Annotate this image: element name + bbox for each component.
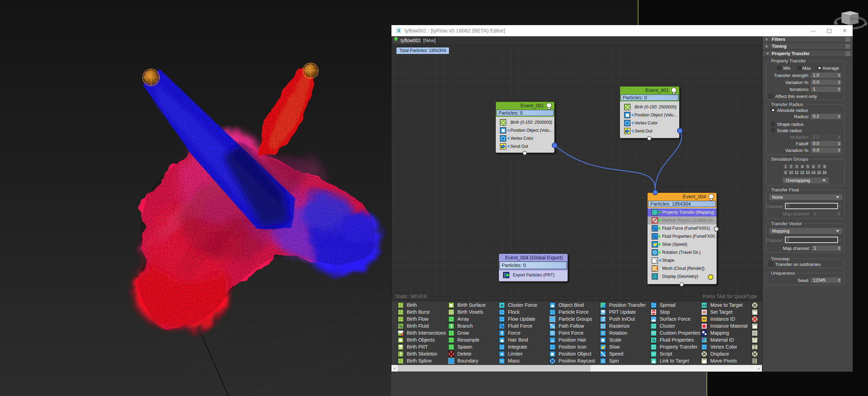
svg-text:BACK: BACK xyxy=(850,17,858,21)
